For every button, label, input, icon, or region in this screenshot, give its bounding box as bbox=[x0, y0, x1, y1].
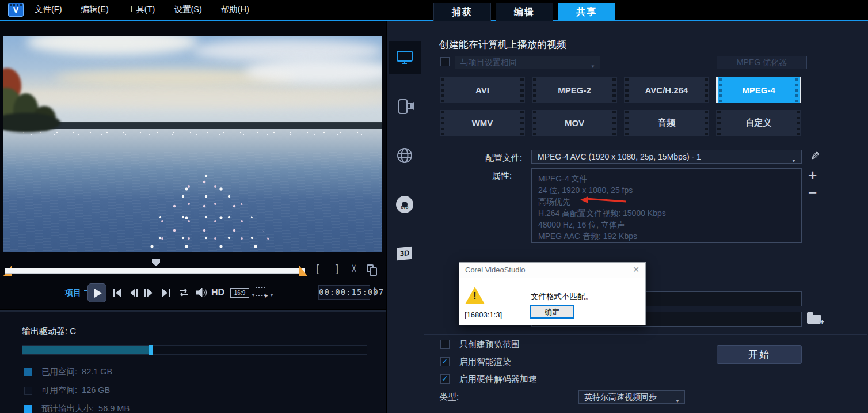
aspect-dropdown-arrow[interactable]: ▼ bbox=[251, 293, 256, 298]
legend-free-space: 可用空间: 126 GB bbox=[24, 385, 110, 396]
page-title: 创建能在计算机上播放的视频 bbox=[439, 38, 566, 51]
warning-dialog: Corel VideoStudio ✕ 文件格式不匹配。 [16803:1:3]… bbox=[459, 262, 646, 325]
menu-file[interactable]: 文件(F) bbox=[35, 4, 62, 15]
share-destination-strip: DVD 3D bbox=[387, 21, 422, 413]
format-mpeg2-button[interactable]: MPEG-2 bbox=[532, 77, 617, 103]
browse-folder-icon[interactable]: + bbox=[807, 312, 822, 324]
dialog-ok-button[interactable]: 确定 bbox=[530, 305, 574, 319]
destination-web-button[interactable] bbox=[389, 139, 421, 172]
smart-render-checkbox[interactable] bbox=[440, 357, 450, 366]
properties-label: 属性: bbox=[492, 170, 512, 181]
mark-in-button[interactable]: [ bbox=[316, 262, 319, 275]
profile-label: 配置文件: bbox=[485, 153, 522, 164]
preview-range-label: 只创建预览范围 bbox=[459, 339, 520, 350]
aspect-ratio-button[interactable]: 16:9 bbox=[230, 288, 249, 298]
next-frame-button[interactable] bbox=[144, 289, 155, 297]
add-profile-icon[interactable]: + bbox=[808, 166, 817, 184]
timecode-spinner[interactable]: ▲▼ bbox=[372, 285, 378, 300]
destination-disc-button[interactable]: DVD bbox=[389, 188, 421, 221]
preview-trees bbox=[3, 68, 66, 132]
format-avi-button[interactable]: AVI bbox=[440, 77, 525, 103]
timecode-display[interactable]: 00:00:15:007 bbox=[318, 285, 370, 300]
hd-quality-button[interactable]: HD bbox=[211, 287, 224, 298]
profile-dropdown[interactable]: MPEG-4 AVC (1920 x 1080, 25p, 15Mbps) - … bbox=[531, 150, 802, 164]
selection-dropdown-arrow[interactable]: ▼ bbox=[269, 293, 274, 298]
go-to-start-button[interactable] bbox=[112, 289, 124, 297]
project-settings-dropdown[interactable]: 与项目设置相同▼ bbox=[455, 56, 600, 69]
format-custom-button[interactable]: 自定义 bbox=[716, 110, 801, 136]
selection-tool-icon[interactable] bbox=[256, 287, 265, 296]
project-mode-label[interactable]: 项目 bbox=[65, 288, 81, 298]
share-settings-panel: 创建能在计算机上播放的视频 与项目设置相同▼ MPEG 优化器 AVI MPEG… bbox=[422, 21, 868, 413]
same-as-project-checkbox[interactable] bbox=[440, 57, 450, 66]
section-divider bbox=[424, 334, 867, 335]
preview-water bbox=[3, 129, 382, 252]
dvd-disc-icon: DVD bbox=[396, 196, 413, 213]
dialog-close-icon[interactable]: ✕ bbox=[633, 265, 639, 274]
repeat-icon[interactable] bbox=[177, 287, 190, 298]
enlarge-preview-icon[interactable] bbox=[367, 264, 374, 272]
split-clip-icon[interactable]: ✂ bbox=[348, 264, 360, 272]
trim-handle-right[interactable] bbox=[299, 266, 307, 276]
menu-tools[interactable]: 工具(T) bbox=[128, 4, 155, 15]
tab-edit[interactable]: 编辑 bbox=[496, 3, 553, 21]
disk-usage-bar bbox=[22, 345, 367, 355]
destination-device-button[interactable] bbox=[389, 90, 421, 123]
format-avc-h264-button[interactable]: AVC/H.264 bbox=[624, 77, 709, 103]
scrubber-handle[interactable] bbox=[152, 259, 160, 266]
play-button[interactable] bbox=[87, 283, 106, 302]
dialog-title: Corel VideoStudio bbox=[465, 266, 526, 274]
remove-profile-icon[interactable]: − bbox=[808, 184, 817, 202]
warning-icon bbox=[465, 287, 485, 304]
start-button[interactable]: 开始 bbox=[717, 345, 802, 364]
app-window: V 文件(F) 编辑(E) 工具(T) 设置(S) 帮助(H) 捕获 编辑 共享 bbox=[0, 0, 868, 413]
tab-capture[interactable]: 捕获 bbox=[433, 3, 491, 21]
format-mov-button[interactable]: MOV bbox=[532, 110, 617, 136]
mobile-device-icon bbox=[395, 98, 414, 115]
type-label: 类型: bbox=[439, 392, 459, 403]
volume-icon[interactable] bbox=[196, 287, 208, 298]
dialog-message: 文件格式不匹配。 bbox=[531, 291, 593, 302]
menu-bar: V 文件(F) 编辑(E) 工具(T) 设置(S) 帮助(H) 捕获 编辑 共享 bbox=[0, 0, 868, 20]
output-info-panel: 输出驱动器: C 已用空间: 82.1 GB 可用空间: 126 GB 预计输出… bbox=[0, 310, 386, 413]
previous-frame-button[interactable] bbox=[130, 289, 141, 297]
hw-decoder-checkbox[interactable] bbox=[440, 374, 450, 384]
menu-edit[interactable]: 编辑(E) bbox=[81, 4, 109, 15]
output-drive-label: 输出驱动器: C bbox=[22, 326, 76, 337]
3d-icon: 3D bbox=[397, 247, 412, 261]
preview-panel: [ ] ✂ 项目 HD bbox=[0, 21, 386, 309]
destination-3d-button[interactable]: 3D bbox=[389, 237, 421, 270]
type-dropdown[interactable]: 英特尔高速视频同步▼ bbox=[578, 390, 685, 404]
globe-icon bbox=[396, 147, 413, 164]
dialog-error-code: [16803:1:3] bbox=[465, 310, 502, 319]
videostudio-logo-icon: V bbox=[8, 3, 24, 17]
preview-range-checkbox[interactable] bbox=[440, 340, 450, 349]
playback-controls: 项目 HD 16:9 ▼ ▼ bbox=[0, 281, 386, 309]
format-wmv-button[interactable]: WMV bbox=[440, 110, 525, 136]
legend-used-space: 已用空间: 82.1 GB bbox=[24, 366, 112, 377]
properties-box: MPEG-4 文件 24 位, 1920 x 1080, 25 fps 高场优先… bbox=[531, 168, 802, 243]
format-mpeg4-button[interactable]: MPEG-4 bbox=[716, 77, 801, 103]
hw-decoder-label: 启用硬件解码器加速 bbox=[459, 374, 537, 385]
go-to-end-button[interactable] bbox=[162, 289, 173, 297]
computer-icon bbox=[395, 50, 414, 66]
mark-out-button[interactable]: ] bbox=[336, 262, 338, 275]
format-audio-button[interactable]: 音频 bbox=[624, 110, 709, 136]
mpeg-optimizer-button[interactable]: MPEG 优化器 bbox=[717, 56, 807, 69]
tab-share[interactable]: 共享 bbox=[558, 3, 615, 21]
annotation-arrow bbox=[580, 196, 626, 206]
dialog-titlebar[interactable]: Corel VideoStudio ✕ bbox=[459, 263, 645, 278]
legend-estimated-size: 预计输出大小: 56.9 MB bbox=[24, 403, 130, 413]
trim-bar[interactable] bbox=[5, 268, 305, 274]
destination-computer-button[interactable] bbox=[389, 41, 421, 74]
video-preview bbox=[3, 36, 382, 252]
menu-settings[interactable]: 设置(S) bbox=[174, 4, 201, 15]
edit-profile-icon[interactable]: ✎ bbox=[810, 149, 820, 163]
menu-help[interactable]: 帮助(H) bbox=[221, 4, 249, 15]
smart-render-label: 启用智能渲染 bbox=[459, 357, 511, 367]
